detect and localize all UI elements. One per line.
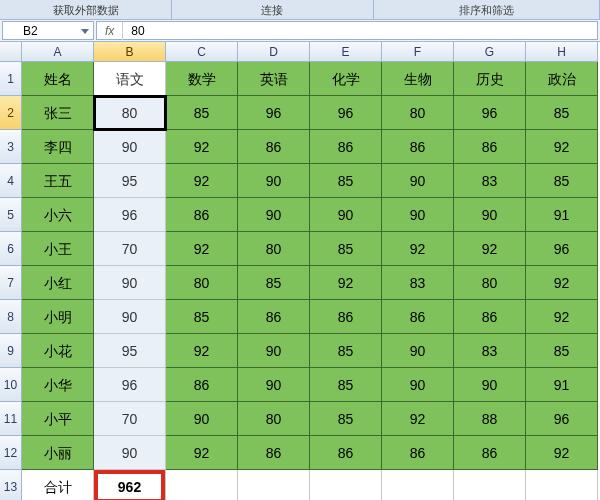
row-header-6[interactable]: 6	[0, 232, 22, 266]
data-cell[interactable]: 90	[238, 334, 310, 368]
data-cell[interactable]: 张三	[22, 96, 94, 130]
data-cell[interactable]: 80	[238, 402, 310, 436]
data-cell[interactable]: 86	[166, 368, 238, 402]
data-cell[interactable]: 92	[166, 232, 238, 266]
data-cell[interactable]: 90	[382, 368, 454, 402]
data-cell[interactable]: 小明	[22, 300, 94, 334]
data-cell[interactable]: 92	[526, 130, 598, 164]
data-cell[interactable]: 92	[166, 130, 238, 164]
header-cell[interactable]: 化学	[310, 62, 382, 96]
data-cell[interactable]: 92	[166, 436, 238, 470]
data-cell[interactable]: 90	[454, 198, 526, 232]
data-cell[interactable]: 86	[382, 130, 454, 164]
data-cell[interactable]: 85	[526, 334, 598, 368]
row-header-8[interactable]: 8	[0, 300, 22, 334]
data-cell[interactable]: 86	[310, 130, 382, 164]
data-cell[interactable]: 86	[382, 300, 454, 334]
data-cell[interactable]: 96	[238, 96, 310, 130]
data-cell[interactable]: 80	[454, 266, 526, 300]
row-header-13[interactable]: 13	[0, 470, 22, 500]
data-cell[interactable]: 92	[166, 164, 238, 198]
column-header-B[interactable]: B	[94, 42, 166, 62]
data-cell[interactable]: 90	[166, 402, 238, 436]
data-cell[interactable]: 85	[526, 96, 598, 130]
total-value-cell[interactable]	[238, 470, 310, 500]
ribbon-group-external-data[interactable]: 获取外部数据	[0, 0, 172, 19]
total-value-cell[interactable]	[382, 470, 454, 500]
header-cell[interactable]: 生物	[382, 62, 454, 96]
data-cell[interactable]: 80	[94, 96, 166, 130]
fx-icon[interactable]: fx	[97, 22, 123, 40]
data-cell[interactable]: 90	[94, 130, 166, 164]
data-cell[interactable]: 86	[238, 436, 310, 470]
data-cell[interactable]: 96	[310, 96, 382, 130]
header-cell[interactable]: 姓名	[22, 62, 94, 96]
data-cell[interactable]: 85	[238, 266, 310, 300]
data-cell[interactable]: 95	[94, 334, 166, 368]
data-cell[interactable]: 80	[238, 232, 310, 266]
data-cell[interactable]: 小红	[22, 266, 94, 300]
data-cell[interactable]: 王五	[22, 164, 94, 198]
column-header-F[interactable]: F	[382, 42, 454, 62]
data-cell[interactable]: 92	[382, 232, 454, 266]
data-cell[interactable]: 92	[526, 300, 598, 334]
data-cell[interactable]: 96	[454, 96, 526, 130]
formula-input-area[interactable]: fx 80	[96, 21, 598, 40]
data-cell[interactable]: 95	[94, 164, 166, 198]
data-cell[interactable]: 91	[526, 198, 598, 232]
data-cell[interactable]: 85	[166, 300, 238, 334]
header-cell[interactable]: 英语	[238, 62, 310, 96]
header-cell[interactable]: 语文	[94, 62, 166, 96]
header-cell[interactable]: 历史	[454, 62, 526, 96]
data-cell[interactable]: 90	[382, 198, 454, 232]
total-label-cell[interactable]: 合计	[22, 470, 94, 500]
column-header-H[interactable]: H	[526, 42, 598, 62]
data-cell[interactable]: 90	[382, 164, 454, 198]
data-cell[interactable]: 小平	[22, 402, 94, 436]
row-header-12[interactable]: 12	[0, 436, 22, 470]
data-cell[interactable]: 86	[310, 300, 382, 334]
data-cell[interactable]: 小六	[22, 198, 94, 232]
data-cell[interactable]: 96	[94, 198, 166, 232]
data-cell[interactable]: 96	[526, 402, 598, 436]
data-cell[interactable]: 90	[454, 368, 526, 402]
data-cell[interactable]: 92	[526, 266, 598, 300]
data-cell[interactable]: 88	[454, 402, 526, 436]
total-value-cell[interactable]	[526, 470, 598, 500]
data-cell[interactable]: 86	[454, 300, 526, 334]
data-cell[interactable]: 92	[454, 232, 526, 266]
row-header-9[interactable]: 9	[0, 334, 22, 368]
column-header-E[interactable]: E	[310, 42, 382, 62]
data-cell[interactable]: 86	[310, 436, 382, 470]
row-header-11[interactable]: 11	[0, 402, 22, 436]
total-value-cell[interactable]	[454, 470, 526, 500]
row-header-10[interactable]: 10	[0, 368, 22, 402]
data-cell[interactable]: 90	[238, 164, 310, 198]
data-cell[interactable]: 85	[310, 164, 382, 198]
data-cell[interactable]: 80	[166, 266, 238, 300]
data-cell[interactable]: 86	[238, 300, 310, 334]
data-cell[interactable]: 92	[166, 334, 238, 368]
total-value-cell[interactable]: 962	[94, 470, 166, 500]
total-value-cell[interactable]	[166, 470, 238, 500]
data-cell[interactable]: 小华	[22, 368, 94, 402]
data-cell[interactable]: 83	[382, 266, 454, 300]
data-cell[interactable]: 85	[310, 334, 382, 368]
data-cell[interactable]: 90	[94, 436, 166, 470]
data-cell[interactable]: 92	[382, 402, 454, 436]
row-header-4[interactable]: 4	[0, 164, 22, 198]
data-cell[interactable]: 小王	[22, 232, 94, 266]
data-cell[interactable]: 70	[94, 402, 166, 436]
data-cell[interactable]: 92	[310, 266, 382, 300]
data-cell[interactable]: 86	[454, 436, 526, 470]
row-header-7[interactable]: 7	[0, 266, 22, 300]
data-cell[interactable]: 80	[382, 96, 454, 130]
row-header-1[interactable]: 1	[0, 62, 22, 96]
data-cell[interactable]: 86	[382, 436, 454, 470]
header-cell[interactable]: 数学	[166, 62, 238, 96]
data-cell[interactable]: 70	[94, 232, 166, 266]
data-cell[interactable]: 90	[238, 368, 310, 402]
data-cell[interactable]: 85	[166, 96, 238, 130]
ribbon-group-sort-filter[interactable]: 排序和筛选	[374, 0, 600, 19]
data-cell[interactable]: 李四	[22, 130, 94, 164]
